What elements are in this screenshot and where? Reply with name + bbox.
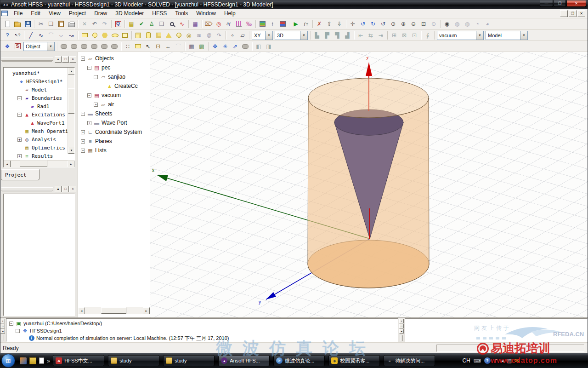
draw-cylinder-button[interactable] xyxy=(143,31,153,40)
histogram-button[interactable] xyxy=(234,19,244,29)
cylinder-top-face[interactable] xyxy=(308,78,429,118)
panel-close-button[interactable]: × xyxy=(399,319,404,323)
draw-circle-button[interactable] xyxy=(90,31,100,40)
objects-hscrollbar[interactable]: ◄ ► xyxy=(78,307,150,314)
tree-item-yuanzhui[interactable]: yuanzhui* xyxy=(4,69,74,77)
media-player-icon[interactable] xyxy=(20,357,27,364)
draw-box-button[interactable] xyxy=(133,31,143,40)
selection-mode-combo[interactable]: Object▼ xyxy=(23,42,55,51)
menu-help[interactable]: Help xyxy=(220,9,240,18)
menu-project[interactable]: Project xyxy=(65,9,90,18)
drag-grip[interactable] xyxy=(1,187,53,190)
task-item[interactable]: ≡待解决的问... xyxy=(384,355,435,366)
expand-toggle[interactable]: + xyxy=(87,121,91,125)
script-fn-button[interactable]: ƒ± xyxy=(301,19,311,29)
derivatives-button[interactable]: ∂ƒ xyxy=(224,19,234,29)
tree-item-model[interactable]: ▰Model xyxy=(4,86,74,94)
import-model-button[interactable]: ⇩ xyxy=(334,19,345,29)
orbit-4-button[interactable]: ◔ xyxy=(472,19,482,29)
snap-face-button[interactable] xyxy=(133,42,143,51)
move-origin-button[interactable]: ✳ xyxy=(220,42,230,51)
task-ansoft-hfs[interactable]: ▲Ansoft HFS... xyxy=(218,355,270,366)
whats-this-button[interactable]: ↖? xyxy=(12,31,23,40)
network-icon[interactable]: ▤ xyxy=(507,358,511,364)
dock-maximize-button[interactable]: □ xyxy=(62,186,69,192)
draw-helix-button[interactable]: ≋ xyxy=(194,31,204,40)
model-select-dropdown-arrow[interactable]: ▼ xyxy=(520,31,527,40)
solution-data-button[interactable] xyxy=(167,19,177,29)
undo-button[interactable]: ↶ xyxy=(90,19,100,29)
task-item[interactable]: e微波仿真论... xyxy=(273,355,325,366)
draw-torus-button[interactable]: ◎ xyxy=(184,31,194,40)
scroll-thumb[interactable] xyxy=(20,161,47,167)
view-select-dropdown-arrow[interactable]: ▼ xyxy=(300,31,307,40)
shade-1-button[interactable]: ◧ xyxy=(254,42,264,51)
bool-split-button[interactable]: ▟ xyxy=(342,31,352,40)
optimetrics-setup-button[interactable]: ◎ xyxy=(214,19,224,29)
tree-item-rad1[interactable]: ▰Rad1 xyxy=(4,102,74,110)
tree-item-vacuum[interactable]: −▤vacuum xyxy=(78,91,150,100)
save-button[interactable] xyxy=(23,19,33,29)
help-topics-button[interactable]: ? xyxy=(2,31,12,40)
sweep-op-button[interactable]: ∮ xyxy=(423,31,433,40)
copy-button[interactable]: ❏ xyxy=(46,19,56,29)
scroll-right-button[interactable]: ► xyxy=(143,307,150,314)
tree-item-mesh-operatic[interactable]: ▦Mesh Operatic xyxy=(4,127,74,135)
draw-polygon-button[interactable] xyxy=(100,31,110,40)
dup-mirror-button[interactable]: ⊡ xyxy=(409,31,419,40)
tree-item-boundaries[interactable]: −▰Boundaries xyxy=(4,94,74,102)
pill-4-button[interactable] xyxy=(89,42,99,51)
tree-item-objects[interactable]: −▱Objects xyxy=(78,54,150,63)
rotate-axis-button[interactable]: ↻ xyxy=(368,19,378,29)
create-report-button[interactable]: ∿ xyxy=(177,19,187,29)
orbit-5-button[interactable]: ◕ xyxy=(482,19,492,29)
menu-draw[interactable]: Draw xyxy=(90,9,111,18)
pick-arrow-button[interactable]: ↖ xyxy=(143,42,153,51)
boundary-display-button[interactable]: S xyxy=(12,42,23,51)
expand-toggle[interactable]: − xyxy=(17,113,22,117)
expand-toggle[interactable]: − xyxy=(87,66,91,70)
pan-button[interactable]: ✛ xyxy=(348,19,358,29)
tree-item-results[interactable]: +≡Results xyxy=(4,152,74,160)
messenger-icon[interactable]: ✉ xyxy=(515,358,519,364)
menu-window[interactable]: Window xyxy=(192,9,220,18)
scroll-right-button[interactable]: ► xyxy=(68,161,74,167)
material-select-dropdown-arrow[interactable]: ▼ xyxy=(476,31,483,40)
tree-item-wave-port[interactable]: +▬Wave Port xyxy=(78,118,150,127)
dock-close-button[interactable]: × xyxy=(69,186,76,192)
menu-tools[interactable]: Tools xyxy=(171,9,192,18)
bool-subtract-button[interactable]: ▛ xyxy=(322,31,332,40)
menu-edit[interactable]: Edit xyxy=(27,9,45,18)
pick-arc-button[interactable]: ⌒ xyxy=(173,42,183,51)
align-min-button[interactable]: ⇤ xyxy=(356,31,366,40)
draw-point-button[interactable]: ∘ xyxy=(227,31,237,40)
mdi-restore-button[interactable]: ❐ xyxy=(569,10,577,17)
move-disabled-button[interactable] xyxy=(240,42,250,51)
matrix-data-button[interactable]: ▦ xyxy=(190,19,200,29)
selection-mode-dropdown-arrow[interactable]: ▼ xyxy=(47,42,54,51)
expand-toggle[interactable]: + xyxy=(81,139,85,144)
menu-hfss[interactable]: HFSS xyxy=(148,9,171,18)
new-button[interactable] xyxy=(2,19,12,29)
panel-collapse-button[interactable]: ◄ xyxy=(399,329,404,334)
play-script-button[interactable]: ▶ xyxy=(291,19,301,29)
plane-select-combo[interactable]: XY▼ xyxy=(252,31,273,40)
chevron-icon[interactable]: ◂ xyxy=(501,358,504,364)
draw-ellipse-button[interactable] xyxy=(110,31,120,40)
rotate-screen-button[interactable]: ↺ xyxy=(378,19,388,29)
draw-arc-center-button[interactable]: ⌒ xyxy=(46,31,56,40)
keyboard-icon[interactable]: ⌨ xyxy=(474,358,481,364)
help-icon[interactable]: ? xyxy=(484,357,491,364)
tree-item-createcc[interactable]: ▲CreateCc xyxy=(78,81,150,91)
dock-maximize-button[interactable]: □ xyxy=(62,56,69,63)
dock-pin-button[interactable]: ▲ xyxy=(55,186,62,192)
paste-button[interactable] xyxy=(56,19,66,29)
draw-spiral-button[interactable]: @ xyxy=(204,31,214,40)
draw-plane-button[interactable]: ▱ xyxy=(237,31,248,40)
zoom-rect-button[interactable]: ⊡ xyxy=(418,19,429,29)
quick-launch-chevron[interactable]: » xyxy=(47,357,50,364)
sensitivity-button[interactable]: ‰ xyxy=(244,19,254,29)
minimize-button[interactable]: — xyxy=(540,0,553,7)
tree-item-optimetrics[interactable]: ▤Optimetrics xyxy=(4,144,74,152)
panel-collapse-button[interactable]: ◄ xyxy=(0,329,5,334)
